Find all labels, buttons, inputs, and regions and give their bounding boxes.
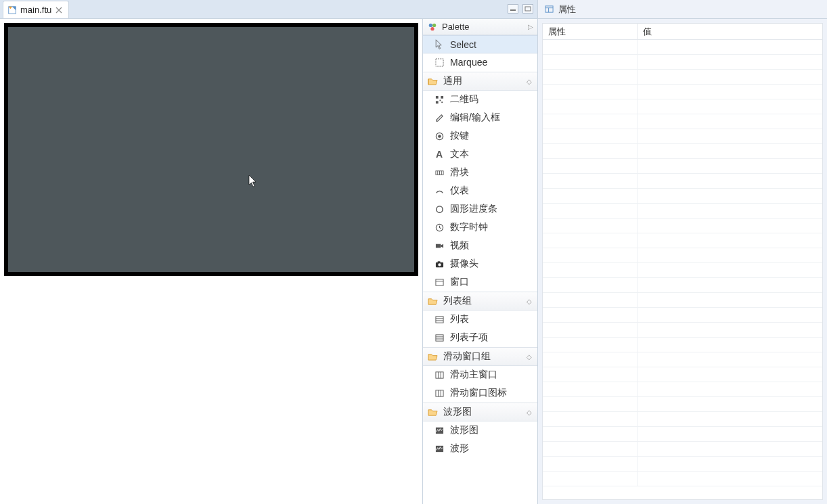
collapse-icon[interactable]: ◇ (527, 353, 532, 361)
table-row[interactable] (543, 85, 822, 99)
table-row[interactable] (543, 219, 822, 233)
palette-item-video[interactable]: 视频 (423, 237, 537, 255)
table-row[interactable] (543, 129, 822, 144)
collapse-icon[interactable]: ◇ (527, 298, 532, 305)
table-row[interactable] (543, 338, 822, 352)
table-row[interactable] (543, 382, 822, 397)
table-row[interactable] (543, 114, 822, 129)
svg-rect-6 (435, 58, 443, 66)
grid-icon (434, 369, 445, 380)
table-row[interactable] (543, 144, 822, 159)
collapse-icon[interactable]: ◇ (527, 78, 532, 85)
palette-item-qrcode[interactable]: 二维码 (423, 91, 537, 109)
table-row[interactable] (543, 293, 822, 308)
table-row[interactable] (543, 189, 822, 204)
palette-item-label: 编辑/输入框 (450, 112, 500, 124)
grid-icon (434, 388, 445, 398)
palette-item-gauge[interactable]: 仪表 (423, 182, 537, 200)
palette-tool-label: Marquee (450, 57, 487, 68)
table-row[interactable] (543, 55, 822, 70)
close-icon[interactable] (55, 6, 63, 14)
marquee-icon (434, 57, 445, 68)
table-row[interactable] (543, 278, 822, 293)
palette-item-window[interactable]: 窗口 (423, 273, 537, 292)
svg-rect-24 (435, 279, 443, 285)
table-row[interactable] (543, 472, 822, 486)
svg-rect-10 (439, 99, 441, 101)
properties-col-value[interactable]: 值 (638, 24, 822, 39)
file-icon (7, 5, 17, 15)
palette-item-wave[interactable]: 波形 (423, 440, 537, 458)
table-row[interactable] (543, 233, 822, 248)
palette-item-digitalclock[interactable]: 数字时钟 (423, 219, 537, 237)
palette-item-label: 文本 (450, 148, 469, 160)
palette-tool-marquee[interactable]: Marquee (423, 53, 537, 72)
svg-point-18 (436, 206, 442, 212)
palette-header[interactable]: Palette ▷ (423, 19, 537, 35)
table-row[interactable] (543, 397, 822, 412)
canvas-viewport[interactable] (0, 19, 422, 504)
palette-item-label: 圆形进度条 (450, 203, 497, 215)
palette-category-slidegroup[interactable]: 滑动窗口组 ◇ (423, 347, 537, 366)
maximize-icon[interactable] (522, 4, 533, 14)
table-row[interactable] (543, 40, 822, 55)
qrcode-icon (434, 94, 445, 105)
palette-category-listgroup[interactable]: 列表组 ◇ (423, 292, 537, 311)
palette-item-slideicon[interactable]: 滑动窗口图标 (423, 384, 537, 403)
table-row[interactable] (543, 323, 822, 338)
table-row[interactable] (543, 457, 822, 472)
palette-item-list[interactable]: 列表 (423, 311, 537, 329)
svg-point-13 (438, 135, 441, 138)
palette-item-edit[interactable]: 编辑/输入框 (423, 109, 537, 127)
palette-item-wavechart[interactable]: 波形图 (423, 421, 537, 440)
palette-category-label: 滑动窗口组 (443, 350, 491, 363)
table-row[interactable] (543, 352, 822, 367)
table-row[interactable] (543, 442, 822, 457)
folder-open-icon (427, 296, 438, 306)
svg-point-3 (429, 23, 432, 26)
palette-category-label: 波形图 (443, 406, 472, 418)
table-row[interactable] (543, 367, 822, 382)
table-row[interactable] (543, 159, 822, 174)
palette-title: Palette (442, 22, 469, 32)
table-row[interactable] (543, 248, 822, 263)
list-icon (434, 314, 445, 325)
palette-item-button[interactable]: 按键 (423, 127, 537, 145)
svg-rect-9 (435, 101, 438, 104)
editor-tab-main[interactable]: main.ftu (3, 1, 69, 18)
svg-point-5 (430, 27, 434, 30)
table-row[interactable] (543, 263, 822, 278)
canvas-surface[interactable] (8, 27, 414, 272)
svg-rect-7 (435, 95, 438, 98)
table-row[interactable] (543, 412, 822, 427)
palette-category-wavegroup[interactable]: 波形图 ◇ (423, 403, 537, 421)
table-row[interactable] (543, 427, 822, 442)
clock-icon (434, 222, 445, 233)
table-row[interactable] (543, 70, 822, 85)
table-row[interactable] (543, 204, 822, 219)
editor-panel: main.ftu Palet (0, 0, 538, 504)
palette-item-listitem[interactable]: 列表子项 (423, 329, 537, 347)
palette-item-circleprogress[interactable]: 圆形进度条 (423, 200, 537, 219)
palette-item-slider[interactable]: 滑块 (423, 164, 537, 182)
palette-item-label: 列表 (450, 313, 469, 325)
palette-item-camera[interactable]: 摄像头 (423, 255, 537, 273)
properties-header[interactable]: 属性 (538, 0, 827, 19)
palette-category-general[interactable]: 通用 ◇ (423, 72, 537, 91)
chevron-right-icon[interactable]: ▷ (528, 23, 533, 30)
svg-point-22 (438, 263, 441, 266)
table-row[interactable] (543, 99, 822, 114)
tabbar-controls (508, 4, 533, 14)
minimize-icon[interactable] (508, 4, 518, 14)
palette-tool-select[interactable]: Select (423, 35, 537, 53)
table-row[interactable] (543, 308, 822, 323)
svg-rect-11 (441, 101, 443, 103)
properties-col-name[interactable]: 属性 (543, 24, 638, 39)
collapse-icon[interactable]: ◇ (527, 409, 532, 416)
palette-item-text[interactable]: A 文本 (423, 145, 537, 164)
palette-item-slidemain[interactable]: 滑动主窗口 (423, 366, 537, 384)
table-row[interactable] (543, 174, 822, 189)
palette-item-label: 波形 (450, 442, 469, 455)
gauge-icon (434, 185, 445, 196)
radio-icon (434, 131, 445, 141)
